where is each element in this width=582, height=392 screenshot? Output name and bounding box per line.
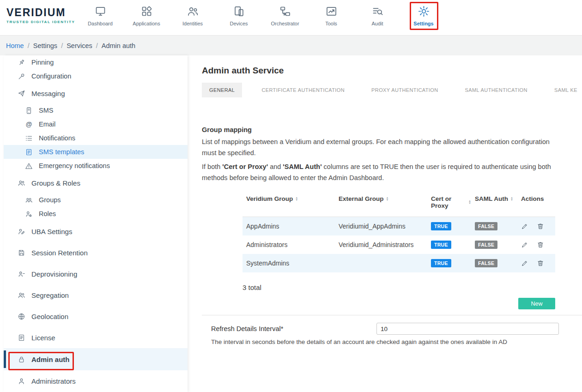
cell-external-group: Veridiumid_AppAdmins <box>335 223 427 230</box>
table-row: SystemAdmins TRUE FALSE <box>242 254 555 272</box>
audit-icon <box>371 5 384 18</box>
wrench-icon <box>18 72 25 80</box>
column-header-cert-or-proxy[interactable]: Cert or Proxy ▲▼ <box>427 195 471 209</box>
saml-auth-badge: FALSE <box>475 241 497 249</box>
app-root: VERIDIUM TRUSTED DIGITAL IDENTITY Dashbo… <box>0 0 582 392</box>
total-count: 3 total <box>242 283 582 291</box>
brand-tagline: TRUSTED DIGITAL IDENTITY <box>6 20 75 24</box>
note-cert-or-proxy: 'Cert or Proxy' <box>222 163 268 170</box>
warning-icon <box>25 162 33 170</box>
people-icon <box>18 179 25 187</box>
refresh-interval-help: The interval in seconds before the detai… <box>211 338 582 345</box>
tab-general[interactable]: GENERAL <box>202 83 242 97</box>
brand-name: VERIDIUM <box>6 6 75 19</box>
sidebar-item-geolocation[interactable]: Geolocation <box>4 306 188 327</box>
nav-item-tools[interactable]: Tools <box>308 3 354 26</box>
group-mapping-section: Group mapping List of mappings between a… <box>202 126 582 309</box>
group-mapping-title: Group mapping <box>202 126 582 133</box>
main-content: Admin auth Service GENERAL CERTIFICATE A… <box>194 55 582 392</box>
sidebar-item-sms-templates[interactable]: SMS templates <box>4 145 188 159</box>
applications-icon <box>140 5 153 18</box>
sidebar-item-emergency-notifications[interactable]: Emergency notifications <box>4 159 188 173</box>
cell-veridium-group: SystemAdmins <box>242 259 335 267</box>
sidebar-item-groups-roles[interactable]: Groups & Roles <box>4 173 188 193</box>
send-icon <box>18 90 25 97</box>
sidebar-item-groups[interactable]: Groups <box>4 193 188 207</box>
identities-icon <box>187 5 199 18</box>
column-header-saml-auth[interactable]: SAML Auth ▲▼ <box>471 195 517 202</box>
cert-or-proxy-badge: TRUE <box>431 222 451 230</box>
sort-icon: ▲▼ <box>386 197 389 201</box>
cell-veridium-group: Administrators <box>242 241 335 248</box>
delete-icon[interactable] <box>537 259 544 267</box>
sidebar-item-notifications[interactable]: Notifications <box>4 131 188 145</box>
tab-certificate-authentication[interactable]: CERTIFICATE AUTHENTICATION <box>254 83 352 97</box>
sidebar-item-segregation[interactable]: Segregation <box>4 284 188 306</box>
list-icon <box>25 134 33 142</box>
sidebar-item-license[interactable]: License <box>4 327 188 348</box>
groups-icon <box>25 196 33 204</box>
roles-icon <box>25 210 33 218</box>
tab-saml-keys[interactable]: SAML KE <box>547 83 582 97</box>
sidebar-item-sms[interactable]: SMS <box>4 103 188 117</box>
edit-icon[interactable] <box>521 259 528 267</box>
table-row: Administrators Veridiumid_Administrators… <box>242 235 555 254</box>
tab-saml-authentication[interactable]: SAML AUTHENTICATION <box>458 83 535 97</box>
breadcrumb-settings[interactable]: Settings <box>33 42 57 49</box>
sort-icon: ▲▼ <box>510 197 513 201</box>
lock-icon <box>18 356 25 363</box>
sidebar-item-roles[interactable]: Roles <box>4 207 188 221</box>
nav-item-settings[interactable]: Settings <box>400 3 447 26</box>
sidebar-item-session-retention[interactable]: Session Retention <box>4 242 188 263</box>
orchestrator-icon <box>279 5 291 18</box>
nav-item-identities[interactable]: Identities <box>170 3 216 26</box>
segregation-icon <box>18 291 25 299</box>
tab-proxy-authentication[interactable]: PROXY AUTHENTICATION <box>364 83 446 97</box>
sidebar-item-email[interactable]: @ Email <box>4 117 188 131</box>
new-button[interactable]: New <box>518 298 555 309</box>
sms-icon <box>25 107 33 115</box>
sidebar-item-administrators[interactable]: Administrators <box>4 370 188 392</box>
edit-icon[interactable] <box>521 241 528 248</box>
nav-item-audit[interactable]: Audit <box>354 3 400 26</box>
nav-item-devices[interactable]: Devices <box>216 3 262 26</box>
sidebar-item-deprovisioning[interactable]: Deprovisioning <box>4 263 188 284</box>
column-header-veridium-group[interactable]: Veridium Group ▲▼ <box>242 195 335 202</box>
breadcrumb-services[interactable]: Services <box>67 42 92 49</box>
delete-icon[interactable] <box>537 223 544 230</box>
uba-icon <box>18 228 25 235</box>
breadcrumb-current: Admin auth <box>102 42 135 49</box>
deprovision-icon <box>18 270 25 278</box>
group-mapping-note: If both 'Cert or Proxy' and 'SAML Auth' … <box>202 161 555 183</box>
email-at-icon: @ <box>25 121 33 128</box>
delete-icon[interactable] <box>537 241 544 248</box>
breadcrumb-home[interactable]: Home <box>6 42 24 49</box>
tools-icon <box>325 5 338 18</box>
breadcrumb: Home / Settings / Services / Admin auth <box>0 36 582 55</box>
page-title: Admin auth Service <box>202 66 582 76</box>
sidebar-item-admin-auth[interactable]: Admin auth <box>4 348 188 370</box>
table-row: AppAdmins Veridiumid_AppAdmins TRUE FALS… <box>242 217 555 235</box>
column-header-external-group[interactable]: External Group ▲▼ <box>335 195 427 202</box>
sidebar-item-configuration[interactable]: Configuration <box>4 69 188 83</box>
note-saml-auth: 'SAML Auth' <box>283 163 321 170</box>
license-icon <box>18 334 25 342</box>
nav-item-orchestrator[interactable]: Orchestrator <box>262 3 308 26</box>
sidebar-item-pinning[interactable]: Pinning <box>4 55 188 69</box>
refresh-interval-label: Refresh Details Interval* <box>211 325 376 332</box>
sidebar-item-uba-settings[interactable]: UBA Settings <box>4 221 188 242</box>
nav-item-applications[interactable]: Applications <box>123 3 170 26</box>
cell-external-group: Veridiumid_Administrators <box>335 241 427 248</box>
document-icon <box>25 148 33 156</box>
sidebar-item-messaging[interactable]: Messaging <box>4 83 188 103</box>
globe-icon <box>18 313 25 320</box>
section-divider <box>202 315 582 315</box>
table-header-row: Veridium Group ▲▼ External Group ▲▼ Cert… <box>242 191 555 217</box>
nav-item-dashboard[interactable]: Dashboard <box>77 3 123 26</box>
edit-icon[interactable] <box>521 223 528 230</box>
dashboard-icon <box>94 5 107 18</box>
pin-icon <box>18 59 25 66</box>
refresh-interval-input[interactable] <box>376 323 559 335</box>
group-mapping-description: List of mappings between a Veridium and … <box>202 136 555 158</box>
cell-veridium-group: AppAdmins <box>242 223 335 230</box>
